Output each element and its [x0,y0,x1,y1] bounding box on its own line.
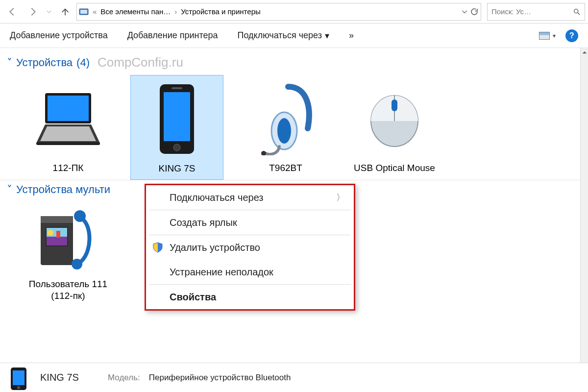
svg-rect-21 [47,237,67,245]
laptop-icon [22,77,115,160]
svg-point-28 [17,386,20,389]
vertical-scrollbar[interactable] [580,48,588,363]
details-model-value: Периферийное устройство Bluetooth [149,373,291,383]
command-bar: Добавление устройства Добавление принтер… [0,24,588,48]
back-button[interactable] [3,2,22,21]
group-devices-header[interactable]: ˅ Устройства (4) CompConfig.ru [7,55,573,70]
ctx-properties[interactable]: Свойства [146,285,354,309]
ctx-create-shortcut[interactable]: Создать ярлык [146,210,354,235]
svg-rect-11 [172,87,182,89]
svg-point-22 [48,230,53,236]
breadcrumb-dropdown[interactable] [461,8,468,15]
ctx-label: Устранение неполадок [170,267,273,278]
ctx-remove-device[interactable]: Удалить устройство [146,235,354,260]
context-menu: Подключаться через 〉 Создать ярлык Удали… [145,184,355,311]
svg-point-2 [574,9,578,13]
ctx-label: Удалить устройство [170,242,260,253]
help-button[interactable]: ? [565,29,578,42]
devices-list: 112-ПК KING 7S [7,75,573,180]
svg-rect-16 [392,99,397,111]
group-separator [0,180,580,180]
watermark-text: CompConfig.ru [98,55,183,70]
chevron-down-icon: ˅ [7,184,12,196]
device-label: USB Optical Mouse [348,160,441,179]
ctx-label: Свойства [170,292,216,303]
svg-rect-23 [56,231,60,238]
details-name: KING 7S [40,372,94,383]
breadcrumb-item-2[interactable]: Устройства и принтеры [181,7,260,16]
svg-rect-27 [13,370,24,385]
svg-point-14 [261,151,266,155]
group-devices-count: (4) [76,56,90,69]
device-item-laptop[interactable]: 112-ПК [22,75,115,179]
control-panel-icon [79,7,89,17]
device-item-mouse[interactable]: USB Optical Mouse [348,75,441,179]
svg-rect-9 [164,92,190,141]
view-options-button[interactable]: ▾ [539,32,556,40]
ctx-connect-via[interactable]: Подключаться через 〉 [146,185,354,210]
device-item-headset[interactable]: T962BT [239,75,332,179]
svg-point-10 [173,144,180,151]
chevron-down-icon: ▾ [325,30,329,41]
group-multimedia-label: Устройства мульти [16,183,110,196]
ctx-troubleshoot[interactable]: Устранение неполадок [146,260,354,284]
device-label: Пользователь 111 (112-пк) [22,276,115,307]
phone-icon [131,77,223,161]
scroll-up-icon[interactable] [581,48,588,57]
svg-rect-1 [80,10,87,14]
forward-button[interactable] [24,2,42,21]
details-pane: KING 7S Модель: Периферийное устройство … [0,363,588,392]
svg-rect-4 [48,96,89,121]
ctx-label: Подключаться через [170,192,264,203]
up-button[interactable] [56,2,74,21]
add-printer-button[interactable]: Добавление принтера [127,30,218,41]
search-input[interactable]: Поиск: Ус… [487,3,585,21]
breadcrumb-ellipsis: « [92,7,98,16]
svg-point-25 [72,259,82,270]
chevron-down-icon: ▾ [553,32,556,39]
svg-point-24 [74,210,86,222]
device-label: 112-ПК [22,160,115,179]
chevron-right-icon: › [173,7,178,16]
svg-marker-6 [40,126,96,141]
device-item-media[interactable]: Пользователь 111 (112-пк) [22,201,115,307]
recent-dropdown[interactable] [44,2,54,21]
toolbar-overflow[interactable]: » [349,30,354,41]
group-devices-label: Устройства [16,56,73,69]
add-device-button[interactable]: Добавление устройства [10,30,108,41]
device-item-phone[interactable]: KING 7S [130,75,223,180]
shield-icon [152,242,164,253]
thumbnail-icon [539,32,550,40]
address-bar: « Все элементы пан… › Устройства и принт… [0,0,588,24]
ctx-label: Создать ярлык [170,217,237,228]
media-server-icon [22,203,115,276]
device-label: KING 7S [131,161,223,179]
chevron-right-icon: 〉 [336,192,345,203]
details-model-label: Модель: [108,373,140,383]
phone-icon [9,367,31,389]
search-icon [573,8,581,16]
mouse-icon [348,77,441,160]
breadcrumb-item-1[interactable]: Все элементы пан… [100,7,171,16]
svg-rect-7 [36,142,100,145]
connect-via-label: Подключаться через [238,30,322,41]
device-label: T962BT [239,160,332,179]
chevron-down-icon: ˅ [7,57,12,70]
breadcrumb[interactable]: « Все элементы пан… › Устройства и принт… [76,3,481,21]
svg-point-13 [277,118,291,144]
svg-rect-18 [41,216,73,223]
connect-via-button[interactable]: Подключаться через ▾ [238,30,329,41]
refresh-button[interactable] [470,7,479,16]
search-placeholder: Поиск: Ус… [491,7,531,16]
headset-icon [239,77,332,160]
